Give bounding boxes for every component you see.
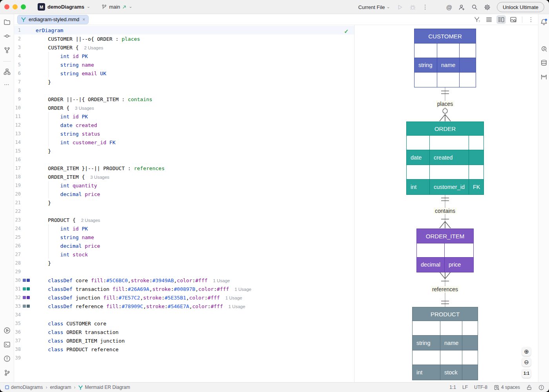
- editor-line[interactable]: 33 classDef reference fill:#78909C,strok…: [14, 302, 354, 310]
- code-editor[interactable]: 1erDiagram✓2 CUSTOMER ||--o{ ORDER : pla…: [14, 25, 354, 382]
- editor-line[interactable]: 18 ORDER_ITEM {3 Usages: [14, 172, 354, 181]
- notifications-bell-icon[interactable]: [539, 17, 549, 27]
- editor-line[interactable]: 31 classDef transaction fill:#26A69A,str…: [14, 285, 354, 293]
- editor-line[interactable]: 14 int customer_id FK: [14, 138, 354, 147]
- editor-line[interactable]: 28 }: [14, 259, 354, 267]
- tab-erdiagram-styled[interactable]: erdiagram-styled.mmd ×: [17, 15, 89, 24]
- line-ending[interactable]: LF: [462, 385, 468, 390]
- inspections-ok-icon[interactable]: ✓: [344, 28, 349, 34]
- editor-line[interactable]: 35 class CUSTOMER core: [14, 319, 354, 328]
- editor-line[interactable]: 21 }: [14, 198, 354, 207]
- folder-icon[interactable]: [2, 17, 12, 27]
- editor-line[interactable]: 26 decimal price: [14, 241, 354, 250]
- preview-more-options-button[interactable]: ⋮: [526, 15, 536, 24]
- close-window-button[interactable]: [4, 4, 9, 9]
- color-swatch[interactable]: [23, 305, 26, 308]
- caret-position[interactable]: 1:1: [449, 385, 456, 390]
- run-configuration-select[interactable]: Current File ⌄: [358, 4, 390, 10]
- editor-line[interactable]: 2 CUSTOMER ||--o{ ORDER : places: [14, 34, 354, 43]
- color-swatch[interactable]: [27, 279, 30, 282]
- breadcrumb-item[interactable]: Mermaid ER Diagram: [78, 385, 130, 390]
- indent-style[interactable]: 4 spaces: [494, 385, 520, 390]
- file-encoding[interactable]: UTF-8: [474, 385, 487, 390]
- editor-line[interactable]: 22: [14, 207, 354, 216]
- editor-line[interactable]: 7 }: [14, 78, 354, 86]
- usages-inlay[interactable]: 1 Usage: [225, 296, 242, 300]
- breadcrumb-item[interactable]: demoDiagrams: [5, 385, 43, 390]
- ai-assistant-icon[interactable]: @: [446, 4, 452, 11]
- color-swatch[interactable]: [27, 287, 30, 290]
- git-icon[interactable]: [2, 368, 12, 377]
- split-view-button[interactable]: [496, 15, 506, 24]
- color-swatch[interactable]: [27, 296, 30, 299]
- usages-inlay[interactable]: 1 Usage: [235, 287, 251, 292]
- color-swatch[interactable]: [23, 296, 26, 299]
- image-view-button[interactable]: [509, 15, 518, 24]
- run-icon[interactable]: [2, 326, 12, 335]
- usages-inlay[interactable]: 3 Usages: [90, 175, 109, 180]
- usages-inlay[interactable]: 2 Usages: [84, 45, 104, 50]
- close-icon[interactable]: ×: [82, 17, 85, 22]
- settings-gear-icon[interactable]: [484, 4, 491, 11]
- color-swatch[interactable]: [23, 287, 26, 290]
- editor-line[interactable]: 25 string name: [14, 233, 354, 241]
- run-button[interactable]: [396, 4, 403, 11]
- editor-line[interactable]: 39: [14, 354, 354, 362]
- unlock-ultimate-button[interactable]: Unlock Ultimate: [497, 2, 544, 12]
- structure-icon[interactable]: [2, 67, 12, 76]
- list-view-button[interactable]: [484, 15, 494, 24]
- editor-line[interactable]: 6 string email UK: [14, 69, 354, 78]
- editor-line[interactable]: 19 int quantity: [14, 181, 354, 190]
- debug-button[interactable]: [409, 4, 416, 11]
- terminal-icon[interactable]: [2, 340, 12, 349]
- problems-indicator-icon[interactable]: [538, 385, 544, 390]
- editor-line[interactable]: 11 int id PK: [14, 112, 354, 121]
- editor-line[interactable]: 13 string status: [14, 129, 354, 138]
- ai-icon[interactable]: [539, 44, 549, 53]
- breadcrumb-item[interactable]: erdiagram: [50, 385, 71, 390]
- zoom-window-button[interactable]: [21, 4, 26, 9]
- mermaid-help-view-button[interactable]: ?: [472, 15, 482, 24]
- actual-size-button[interactable]: 1:1: [522, 369, 531, 378]
- editor-line[interactable]: 38 class PRODUCT reference: [14, 345, 354, 354]
- color-swatch[interactable]: [23, 279, 26, 282]
- color-swatch[interactable]: [27, 305, 30, 308]
- mermaid-preview-pane[interactable]: CUSTOMERstringnameORDERdatecreatedintcus…: [354, 25, 538, 382]
- unlock-icon[interactable]: [526, 385, 532, 390]
- editor-line[interactable]: 27 int stock: [14, 250, 354, 259]
- editor-line[interactable]: 8: [14, 86, 354, 95]
- editor-line[interactable]: 30 classDef core fill:#5C6BC0,stroke:#39…: [14, 276, 354, 285]
- search-icon[interactable]: [471, 4, 478, 10]
- editor-line[interactable]: 5 string name: [14, 60, 354, 69]
- branch-widget[interactable]: main ⌄: [101, 4, 132, 10]
- usages-inlay[interactable]: 3 Usages: [75, 106, 94, 111]
- editor-line[interactable]: 32 classDef junction fill:#7E57C2,stroke…: [14, 293, 354, 302]
- usages-inlay[interactable]: 2 Usages: [81, 218, 100, 223]
- editor-line[interactable]: 37 class ORDER_ITEM junction: [14, 336, 354, 345]
- editor-line[interactable]: 23 PRODUCT {2 Usages: [14, 216, 354, 224]
- zoom-out-button[interactable]: ⊖: [522, 358, 531, 367]
- minimize-window-button[interactable]: [13, 4, 18, 9]
- editor-line[interactable]: 10 ORDER {3 Usages: [14, 103, 354, 112]
- editor-line[interactable]: 16: [14, 155, 354, 164]
- editor-line[interactable]: 1erDiagram✓: [14, 26, 354, 34]
- editor-line[interactable]: 17 ORDER_ITEM }|--|| PRODUCT : reference…: [14, 164, 354, 172]
- editor-line[interactable]: 3 CUSTOMER {2 Usages: [14, 43, 354, 52]
- editor-line[interactable]: 12 date created: [14, 121, 354, 129]
- project-widget[interactable]: M demoDiagrams ⌄: [38, 3, 90, 11]
- more-actions-button[interactable]: ⋮: [422, 4, 428, 11]
- editor-line[interactable]: 20 decimal price: [14, 190, 354, 198]
- editor-line[interactable]: 4 int id PK: [14, 52, 354, 60]
- usages-inlay[interactable]: 1 Usage: [213, 278, 230, 283]
- usages-inlay[interactable]: 1 Usage: [228, 304, 245, 309]
- database-icon[interactable]: [539, 58, 549, 67]
- editor-line[interactable]: 34: [14, 310, 354, 319]
- editor-line[interactable]: 29: [14, 267, 354, 276]
- editor-line[interactable]: 9 ORDER ||--|{ ORDER_ITEM : contains: [14, 95, 354, 103]
- add-user-button[interactable]: [458, 4, 465, 11]
- problems-icon[interactable]: [2, 354, 12, 363]
- editor-line[interactable]: 36 class ORDER transaction: [14, 328, 354, 336]
- editor-line[interactable]: 24 int id PK: [14, 224, 354, 233]
- editor-line[interactable]: 15 }: [14, 147, 354, 155]
- more-tool-windows-icon[interactable]: ⋯: [4, 81, 10, 87]
